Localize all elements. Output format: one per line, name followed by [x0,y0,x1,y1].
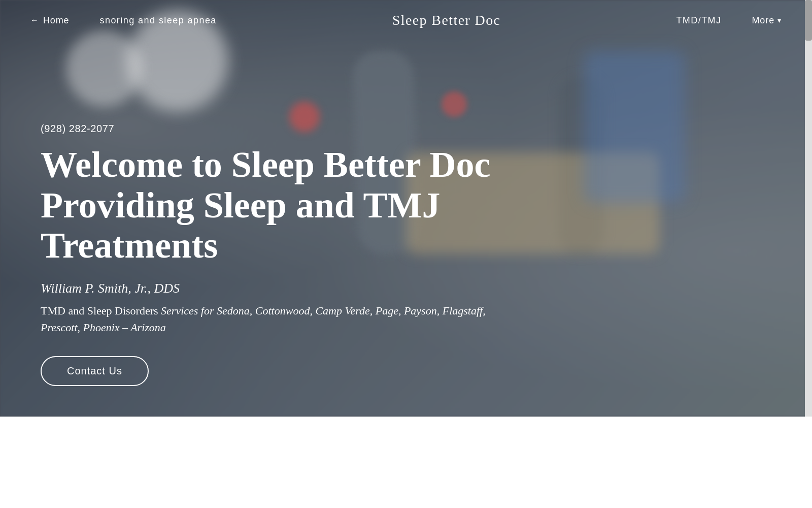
bg-light-2 [66,30,142,107]
scrollbar[interactable] [805,0,812,417]
bg-red-dot-2 [442,91,467,117]
hero-content: (928) 282-2077 Welcome to Sleep Better D… [41,123,507,386]
nav-home-link[interactable]: ← Home [30,15,70,26]
site-brand: Sleep Better Doc [392,12,501,28]
chevron-down-icon: ▾ [777,16,782,24]
home-label: Home [43,15,70,26]
main-nav: ← Home snoring and sleep apnea Sleep Bet… [0,0,812,41]
hero-section: ← Home snoring and sleep apnea Sleep Bet… [0,0,812,417]
doctor-name: William P. Smith, Jr., DDS [41,281,507,296]
nav-more-dropdown[interactable]: More ▾ [752,15,782,26]
bg-blue-area [584,51,685,203]
home-arrow-icon: ← [30,16,39,25]
nav-right: TMD/TMJ More ▾ [676,15,782,26]
contact-us-button[interactable]: Contact Us [41,356,149,386]
page-footer [0,417,812,508]
nav-left: ← Home snoring and sleep apnea [30,15,217,26]
hero-title: Welcome to Sleep Better Doc Providing Sl… [41,145,507,266]
hero-subtitle: TMD and Sleep Disorders Services for Sed… [41,302,507,336]
more-label: More [752,15,774,26]
phone-number: (928) 282-2077 [41,123,507,135]
nav-snoring-link[interactable]: snoring and sleep apnea [100,15,217,26]
subtitle-plain: TMD and Sleep Disorders [41,304,161,317]
nav-tmd-link[interactable]: TMD/TMJ [676,15,721,26]
